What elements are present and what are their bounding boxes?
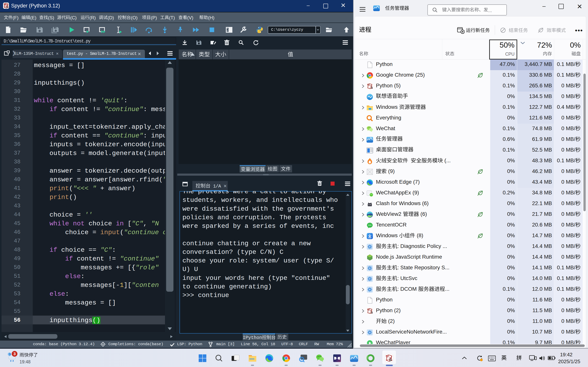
svg-text:S: S [371,311,373,314]
svg-text:S: S [6,5,8,8]
svg-text:S: S [389,358,392,362]
svg-text:S: S [371,86,373,89]
